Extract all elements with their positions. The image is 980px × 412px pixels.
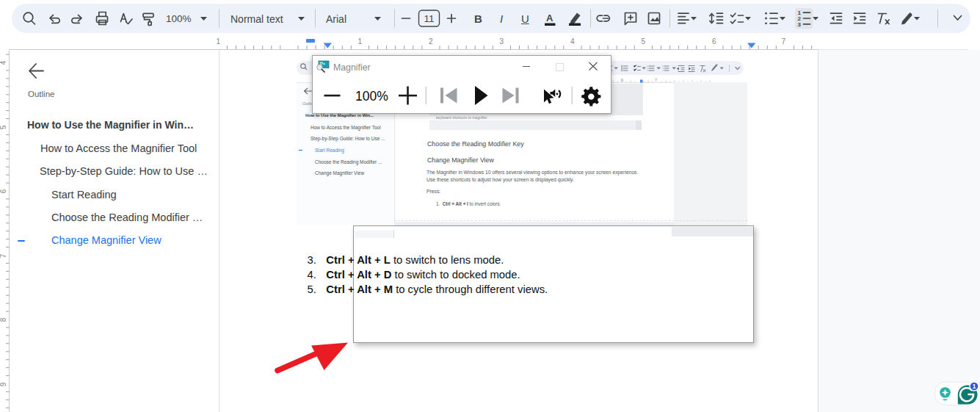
svg-text:1: 1 — [972, 383, 976, 390]
svg-text:7: 7 — [655, 78, 658, 82]
svg-text:6: 6 — [621, 78, 624, 82]
